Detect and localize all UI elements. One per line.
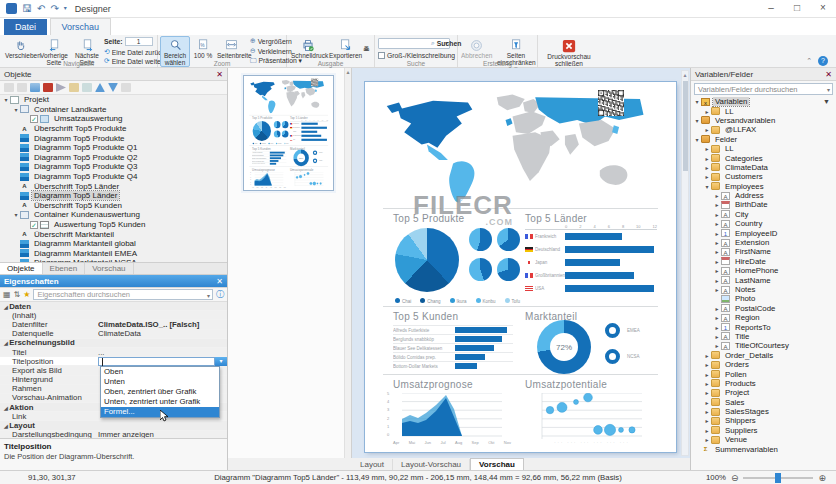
variable-tree-item[interactable]: ▸ANotes — [691, 285, 836, 294]
tree-expander-icon[interactable]: ▸ — [703, 436, 711, 443]
object-tree-item[interactable]: AÜberschrift Marktanteil — [0, 229, 227, 239]
object-tree-item[interactable]: AÜberschrift Top5 Kunden — [0, 201, 227, 211]
tree-expander-icon[interactable]: ▸ — [713, 324, 721, 331]
dropdown-option[interactable]: Oben — [101, 367, 219, 377]
favorites-icon[interactable]: ★ — [23, 290, 30, 299]
small-ring[interactable] — [313, 159, 317, 164]
variable-tree-item[interactable]: ▸ACity — [691, 210, 836, 219]
variable-tree-item[interactable]: ▸Suppliers — [691, 426, 836, 435]
variable-tree-item[interactable]: ▾xVariablen▼ — [691, 97, 836, 106]
print-settings-icon[interactable]: 🖶 — [363, 45, 370, 52]
pie-quarter-q1[interactable] — [469, 228, 492, 251]
thumbnail-scrollbar[interactable]: ▴ — [344, 68, 351, 458]
tree-expander-icon[interactable]: ▸ — [713, 333, 721, 340]
verkleinern-button[interactable]: ⊖Verkleinern — [250, 47, 292, 55]
tree-expander-icon[interactable]: ▸ — [703, 164, 711, 171]
tree-expander-icon[interactable]: ▸ — [703, 417, 711, 424]
variable-tree-item[interactable]: ▸AExtension — [691, 238, 836, 247]
filter-icon[interactable]: ▼ — [823, 98, 830, 105]
variable-tree-item[interactable]: Photo — [691, 294, 836, 303]
chart-umsatzprognose[interactable] — [252, 172, 286, 186]
pie-top5-produkte[interactable] — [253, 121, 271, 141]
tree-expander-icon[interactable]: ▸ — [713, 220, 721, 227]
dropdown-option[interactable]: Unten, zentriert unter Grafik — [101, 397, 219, 407]
variable-tree-item[interactable]: ▸LL — [691, 106, 836, 115]
close-objects-panel-icon[interactable]: ✕ — [216, 70, 223, 79]
property-value[interactable]: ClimateData.ISO_.. [Falsch] — [98, 320, 227, 329]
categorize-icon[interactable]: ▦ — [3, 290, 11, 299]
object-tree-item[interactable]: ▾Projekt — [0, 95, 227, 105]
zoom-100-button[interactable]: % 100 % — [192, 36, 214, 61]
object-tree-item[interactable]: Diagramm Marktanteil global — [0, 239, 227, 249]
tab-layout[interactable]: Layout — [352, 459, 393, 471]
page-thumbnail[interactable]: Top 5 ProdukteTop 5 LänderChaiChangIkura… — [244, 76, 333, 190]
redo-icon[interactable]: ↷ — [50, 3, 58, 14]
variable-tree-item[interactable]: ▸1EmployeeID — [691, 228, 836, 237]
druckvorschau-schliessen-button[interactable]: Druckvorschau schließen — [544, 36, 594, 68]
pie-quarter-q1[interactable] — [274, 121, 281, 128]
variable-tree-item[interactable]: ▸APostalCode — [691, 304, 836, 313]
seite-spinner[interactable]: 1 — [125, 37, 153, 46]
tab-vorschau-panel[interactable]: Vorschau — [85, 263, 133, 274]
object-tree-item[interactable]: Diagramm Top5 Produkte Q4 — [0, 172, 227, 182]
pie-quarter-q4[interactable] — [282, 130, 289, 137]
variable-tree-item[interactable]: ▾Versandvariablen — [691, 116, 836, 125]
variable-tree-item[interactable]: ▸ALastName — [691, 275, 836, 284]
eine-datei-zurueck-button[interactable]: ⟲Eine Datei zurück — [104, 48, 165, 56]
undo-icon[interactable]: ↶ — [37, 3, 45, 14]
tree-expander-icon[interactable]: ▸ — [713, 201, 721, 208]
object-tree-item[interactable]: AÜberschrift Top5 Länder — [0, 181, 227, 191]
paste-icon[interactable] — [17, 83, 27, 92]
tree-expander-icon[interactable]: ▸ — [713, 286, 721, 293]
minimize-button[interactable]: – — [758, 0, 784, 17]
tree-expander-icon[interactable]: ▸ — [703, 361, 711, 368]
small-ring[interactable] — [605, 349, 620, 364]
variable-tree-item[interactable]: ▸HireDate — [691, 257, 836, 266]
chart-umsatzprognose[interactable] — [393, 393, 511, 439]
tree-expander-icon[interactable]: ▾ — [693, 117, 701, 124]
pie-quarter-q3[interactable] — [274, 130, 281, 137]
titelposition-editor[interactable] — [98, 357, 215, 366]
abbrechen-button[interactable]: Abbrechen — [460, 36, 492, 61]
object-tree-item[interactable]: ▾Container Kundenauswertung — [0, 210, 227, 220]
object-tree-item[interactable]: AÜberschrift Top5 Produkte — [0, 124, 227, 134]
chart-top5-kunden[interactable]: Alfreds FutterkisteBerglunds snabbköpBla… — [252, 151, 286, 165]
variable-tree-item[interactable]: ▸Venue — [691, 435, 836, 444]
tree-expander-icon[interactable]: ▸ — [703, 427, 711, 434]
variable-tree-item[interactable]: ▸Order_Details — [691, 351, 836, 360]
schnelldruck-button[interactable]: Schnelldruck — [290, 36, 326, 61]
dropdown-button[interactable]: ▾ — [215, 357, 227, 366]
qat-customize-icon[interactable]: ▾ — [64, 3, 67, 14]
variable-tree-item[interactable]: ▸Categories — [691, 153, 836, 162]
close-button[interactable]: × — [810, 0, 836, 17]
move-down-icon[interactable] — [108, 83, 118, 92]
close-variables-panel-icon[interactable]: ✕ — [825, 70, 832, 79]
variable-tree-item[interactable]: ΣSummenvariablen — [691, 444, 836, 453]
tree-expander-icon[interactable]: ▸ — [713, 267, 721, 274]
tree-expander-icon[interactable]: ▸ — [713, 230, 721, 237]
property-value[interactable]: ... — [98, 348, 227, 357]
tree-expander-icon[interactable]: ▸ — [713, 248, 721, 255]
tree-expander-icon[interactable]: ▾ — [12, 211, 20, 218]
tree-expander-icon[interactable]: ▾ — [2, 96, 10, 103]
dropdown-option[interactable]: Unten — [101, 377, 219, 387]
small-ring[interactable] — [313, 150, 317, 155]
tree-expander-icon[interactable]: ▸ — [703, 371, 711, 378]
pie-quarter-q3[interactable] — [469, 258, 492, 281]
property-value[interactable]: ClimateData — [98, 329, 227, 338]
vergroessern-button[interactable]: ⊕Vergrößern — [250, 37, 292, 45]
case-checkbox[interactable]: Groß-/Kleinschreibung — [378, 52, 455, 59]
tab-datei[interactable]: Datei — [4, 19, 47, 36]
pie-top5-produkte[interactable] — [395, 228, 459, 292]
sort-az-icon[interactable]: ⇅ — [14, 290, 21, 299]
variable-tree-item[interactable]: ▸Products — [691, 379, 836, 388]
delete-icon[interactable] — [43, 83, 53, 92]
chart-top5-laender[interactable]: 024681012FrankreichDeutschlandJapanGroßb… — [290, 120, 328, 142]
save-icon[interactable]: 🖫 — [22, 3, 32, 14]
checkbox-icon[interactable]: ✓ — [30, 221, 38, 229]
object-tree-item[interactable]: ✓Auswertung Top5 Kunden — [0, 220, 227, 230]
tree-expander-icon[interactable]: ▸ — [703, 352, 711, 359]
variable-tree-item[interactable]: ▸ATitle — [691, 332, 836, 341]
variable-tree-item[interactable]: ▸ACountry — [691, 219, 836, 228]
dropdown-option[interactable]: Formel... — [101, 407, 219, 417]
